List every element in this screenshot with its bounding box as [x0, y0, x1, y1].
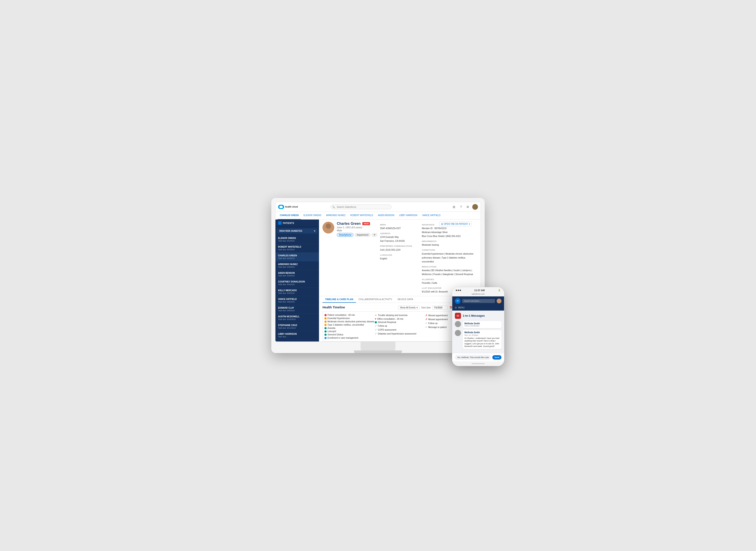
timeline-col2: ★ Trouble sleeping and insomnia ♥ Office…	[375, 314, 425, 340]
sidebar-item-edward-clay[interactable]: EDWARD CLAY Task due: 9/8/2015	[275, 305, 319, 314]
patient-header: ⊞ OPEN TAB ON PATIENT ▾ C	[319, 219, 481, 296]
help-icon[interactable]: ?	[458, 204, 464, 209]
signal-dot	[458, 290, 459, 291]
sidebar-item-elenor-owens[interactable]: ELENOR OWENS Task due: 9/1/2015	[275, 235, 319, 244]
search-input[interactable]	[330, 204, 392, 209]
sender-name: Mellinda Smith	[465, 322, 500, 325]
signal-dot	[460, 290, 461, 291]
show-all-events-button[interactable]: Show All Events ▾	[398, 306, 420, 310]
phone-url: salesforce.com	[452, 293, 504, 297]
settings-icon[interactable]: ⚙	[465, 204, 471, 209]
message-content-2: Mellinda Smith Nov 10, 8:05am Hi Charles…	[463, 330, 502, 349]
event-dot	[324, 331, 326, 333]
message-section-header: ✉ 1-to-1 Messages	[455, 313, 502, 319]
event-dot	[324, 324, 326, 326]
message-content-1: Mellinda Smith Care Coordinator	[463, 321, 502, 328]
home-bar	[472, 363, 485, 364]
edit-icon[interactable]: ✏	[372, 233, 377, 237]
patient-avatar	[322, 222, 334, 233]
tab-charles-green[interactable]: CHARLES GREEN	[277, 212, 301, 219]
tab-vance-hatfield[interactable]: VANCE HATFIELD	[420, 212, 443, 219]
tab-device-data[interactable]: DEVICE DATA	[395, 296, 416, 303]
event-dot	[324, 321, 326, 323]
phone-user-avatar[interactable]	[497, 299, 502, 304]
sidebar-item-vance-hatfield[interactable]: VANCE HATFIELD Task due: 9/8/2015	[275, 296, 319, 305]
sender-avatar	[455, 321, 461, 327]
check-icon: ✓	[375, 332, 377, 335]
search-bar[interactable]: 🔍	[330, 204, 392, 209]
phone-menu-bar: ☰ MENU	[452, 306, 504, 311]
start-date-label: Start date	[421, 307, 431, 309]
tab-armondo-nunez[interactable]: ARMONDO NUNEZ	[324, 212, 347, 219]
event-serevent: Serevent Diskus	[324, 333, 374, 336]
tab-libby-harrison[interactable]: LIBBY HARRISON	[397, 212, 420, 219]
heart-icon: ♥	[375, 318, 376, 320]
patient-name: Charles Green HIGH	[337, 222, 377, 225]
monitor-stand	[360, 342, 396, 351]
event-dot	[375, 321, 377, 324]
patient-info: Charles Green HIGH June 2, 1952 (63 year…	[337, 222, 377, 237]
phone-top-bar: 11:57 AM 🔋	[452, 287, 504, 293]
event-follow-up-1: ✓ Follow up	[375, 324, 425, 328]
sidebar-title: PATIENTS	[283, 222, 294, 224]
event-patient-consultation: Patient consultation - 60 min	[324, 314, 374, 317]
sender-role: Care Coordinator	[465, 325, 500, 327]
event-dot	[324, 314, 326, 316]
check-icon: ✓	[375, 324, 377, 327]
check-icon: ✓	[425, 322, 428, 325]
filter-button[interactable]: HIGH RISK DIABETES ▾	[277, 228, 317, 233]
phone-content: ✉ 1-to-1 Messages Mellinda Smith Care Co…	[452, 311, 504, 353]
sidebar-item-courtney-donaldson[interactable]: COURTNEY DONALDSON Task due: 9/4/2015	[275, 279, 319, 288]
timeline-col1: Patient consultation - 60 min Essential …	[324, 314, 374, 340]
open-tab-button[interactable]: ⊞ OPEN TAB ON PATIENT ▾	[439, 222, 472, 226]
tab-timeline-care-plan[interactable]: TIMELINE & CARE PLAN	[322, 296, 356, 303]
check-icon: ✓	[425, 326, 428, 329]
event-trouble-sleeping: ★ Trouble sleeping and insomnia	[375, 314, 425, 317]
grid-icon[interactable]: ⊞	[452, 204, 457, 209]
nav-icons: ⊞ ? ⚙	[452, 204, 478, 210]
send-button[interactable]: Send	[492, 355, 502, 360]
event-avandia: Avandia	[324, 327, 374, 330]
smartphone-tag[interactable]: Smartphone	[337, 233, 353, 237]
check-icon: ✓	[375, 328, 377, 331]
sidebar-header: 👤 PATIENTS	[275, 219, 319, 227]
tab-collaboration[interactable]: COLLABORATION & ACTIVITY	[356, 296, 395, 303]
star-icon: ★	[375, 314, 377, 317]
event-essential-hypertension: Essential Hypertension	[324, 317, 374, 320]
impairment-tag[interactable]: Impairment	[355, 233, 370, 237]
tab-icon: ⊞	[441, 223, 443, 225]
sidebar-item-austin-mcdowell[interactable]: AUSTIN MCDOWELL Task due: 9/10/2015	[275, 314, 319, 322]
tab-elenor-owens[interactable]: ELENOR OWENS	[301, 212, 323, 219]
patient-details: MRN# 25AF-ASWGZN-OST ADDRESS 1234 Exampl…	[380, 222, 419, 261]
risk-badge: HIGH	[362, 222, 370, 225]
sender-avatar	[455, 330, 461, 336]
sidebar-item-libby-harrison[interactable]: LIBBY HARRISON Task due: ...	[275, 331, 319, 340]
home-indicator	[452, 362, 504, 366]
user-avatar[interactable]	[472, 204, 478, 210]
sidebar-item-kelly-mercado[interactable]: KELLY MERCADO Task due: 9/4/2015	[275, 288, 319, 296]
reply-input[interactable]	[455, 355, 491, 360]
event-dot	[324, 327, 326, 329]
app-logo: health cloud	[278, 205, 298, 209]
message-date: Nov 10, 8:05am	[465, 334, 500, 336]
app-name: health cloud	[285, 205, 298, 208]
patient-details-2: INSURANCE Member ID · 9876543210 Medicar…	[422, 222, 477, 294]
phone-search[interactable]: Search education...	[462, 299, 495, 303]
sidebar-item-robert-whitefield[interactable]: ROBERT WHITEFIELD Task due: 9/1/2015	[275, 244, 319, 252]
sidebar: 👤 PATIENTS HIGH RISK DIABETES ▾ ELENOR O…	[275, 219, 319, 342]
event-lisinopril: Lisinopril	[324, 330, 374, 333]
menu-label: MENU	[458, 307, 465, 309]
tab-aiden-benson[interactable]: AIDEN BENSON	[375, 212, 397, 219]
chevron-down-icon: ▾	[314, 230, 315, 232]
event-copd: Moderate chronic obstructive pulmonary d…	[324, 320, 374, 323]
main-layout: 👤 PATIENTS HIGH RISK DIABETES ▾ ELENOR O…	[275, 219, 481, 342]
event-dot	[324, 337, 326, 339]
sidebar-item-aiden-benson[interactable]: AIDEN BENSON Task due: 9/4/2015	[275, 270, 319, 279]
tab-robert-whitefield[interactable]: ROBERT WHITEFIELD	[348, 212, 375, 219]
message-section-title: 1-to-1 Messages	[463, 314, 485, 317]
message-icon: ✉	[455, 313, 461, 319]
sidebar-item-charles-green[interactable]: CHARLES GREEN Task due: 9/3/2015	[275, 252, 319, 261]
sidebar-item-stephanie-cruz[interactable]: STEPHANIE CRUZ Task due: 9/11/2015	[275, 322, 319, 331]
start-date-input[interactable]	[433, 306, 448, 310]
sidebar-item-armondo-nunez[interactable]: ARMONDO NUNEZ Task due: 9/3/2015	[275, 261, 319, 270]
